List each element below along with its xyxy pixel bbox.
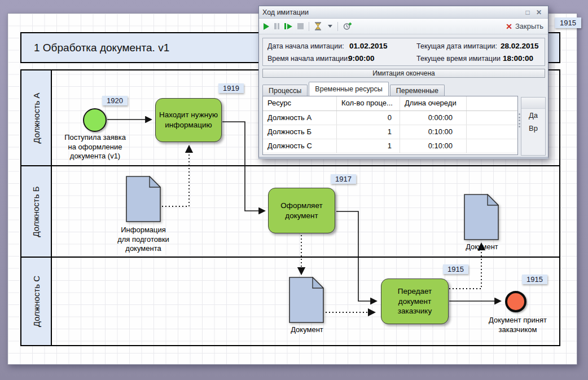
- start-date-label: Дата начала имитации:: [267, 42, 344, 50]
- panel-splitter-handle[interactable]: [518, 113, 520, 127]
- tab-processes[interactable]: Процессы: [262, 85, 308, 96]
- current-time-label: Текущее время имитации: [416, 55, 501, 63]
- side-panel-item: Вр: [521, 122, 545, 135]
- end-event-badge: 1915: [522, 275, 547, 284]
- lane-label-a: Должность А: [32, 92, 41, 143]
- step-forward-icon[interactable]: [284, 23, 292, 29]
- toolbar-separator: [309, 22, 309, 31]
- task-deliver-document-badge: 1915: [443, 264, 468, 274]
- table-row[interactable]: Должность Б 1 0:10:00: [263, 125, 517, 139]
- task-find-information[interactable]: Находит нужную информацию: [155, 98, 222, 142]
- cell-resource: Должность Б: [263, 125, 337, 139]
- toolbar-separator: [337, 22, 338, 31]
- task-find-information-badge: 1919: [218, 83, 244, 93]
- column-header-resource[interactable]: Ресурс: [263, 96, 337, 111]
- maximize-button[interactable]: □: [522, 8, 533, 17]
- cell-queue: 0:00:00: [400, 111, 467, 125]
- start-time-label: Время начала имитации:: [267, 55, 350, 63]
- cell-count: 0: [337, 111, 400, 125]
- current-time-value: 18:00:00: [503, 54, 533, 63]
- add-timer-icon[interactable]: [343, 22, 352, 30]
- stop-icon[interactable]: [297, 23, 304, 29]
- cell-queue: 0:10:00: [400, 125, 467, 139]
- lane-header-b: Должность Б: [21, 166, 52, 257]
- simulation-dialog: Ход имитации □ ✕ ✕ Закрыть Дата начала и…: [258, 6, 548, 159]
- column-header-queue[interactable]: Длина очереди: [400, 96, 467, 111]
- document-info-label: Информация для подготовки документа: [98, 226, 188, 254]
- lane-divider: [21, 165, 559, 166]
- dialog-toolbar: ✕ Закрыть: [259, 19, 548, 34]
- tab-time-resources[interactable]: Временные ресурсы: [309, 82, 388, 96]
- lane-header-a: Должность А: [21, 70, 52, 165]
- start-event-label: Поступила заявка на оформление документа…: [49, 133, 142, 161]
- cell-count: 1: [337, 125, 400, 139]
- cell-filler: [467, 139, 517, 153]
- table-header-row: Ресурс Кол-во проце... Длина очереди: [263, 96, 517, 111]
- end-event-label: Документ принят заказчиком: [477, 316, 559, 334]
- document-final-label: Документ: [448, 242, 516, 252]
- task-deliver-document[interactable]: Передает документ заказчику: [381, 279, 449, 324]
- task-prepare-document[interactable]: Оформляет документ: [268, 188, 335, 233]
- document-info-shape[interactable]: [126, 176, 161, 222]
- close-x-icon: ✕: [506, 22, 512, 31]
- dialog-title: Ход имитации: [262, 8, 522, 16]
- start-event[interactable]: [83, 108, 107, 132]
- queue-callout-badge: 1915: [555, 17, 581, 28]
- cell-filler: [467, 125, 517, 139]
- start-time-value: 9:00:00: [348, 54, 375, 63]
- hourglass-icon[interactable]: [314, 22, 322, 30]
- side-panel-header: [521, 98, 545, 109]
- document-result-label: Документ: [273, 325, 341, 335]
- close-window-button[interactable]: ✕: [533, 8, 545, 17]
- pause-icon[interactable]: [274, 23, 279, 29]
- current-date-label: Текущая дата имитации:: [416, 42, 497, 50]
- document-final-shape[interactable]: [464, 194, 499, 240]
- side-panel-item: Да: [521, 109, 545, 122]
- side-panel: Да Вр: [521, 97, 546, 156]
- speed-dropdown-icon[interactable]: [328, 25, 332, 28]
- lane-label-c: Должность С: [32, 276, 41, 327]
- play-icon[interactable]: [264, 23, 269, 30]
- cell-count: 1: [337, 139, 400, 153]
- end-event[interactable]: [505, 291, 526, 312]
- cell-resource: Должность А: [263, 111, 337, 125]
- resources-table: Ресурс Кол-во проце... Длина очереди Дол…: [262, 96, 518, 155]
- dialog-titlebar[interactable]: Ход имитации □ ✕: [259, 6, 548, 19]
- table-row[interactable]: Должность С 1 0:10:00: [263, 139, 517, 153]
- current-date-value: 28.02.2015: [501, 42, 539, 50]
- close-simulation-button[interactable]: ✕ Закрыть: [506, 22, 543, 31]
- start-event-badge: 1920: [102, 96, 128, 105]
- start-date-value: 01.02.2015: [349, 42, 388, 50]
- document-result-shape[interactable]: [289, 277, 324, 323]
- cell-filler: [467, 111, 517, 125]
- lane-divider: [21, 257, 559, 258]
- simulation-info-panel: Дата начала имитации: 01.02.2015 Время н…: [262, 38, 545, 66]
- simulation-status-bar: Имитация окончена: [262, 69, 545, 78]
- column-header-count[interactable]: Кол-во проце...: [337, 96, 400, 111]
- simulation-screen: { "diagram": { "title": "1 Обработка док…: [0, 0, 588, 380]
- tab-variables[interactable]: Переменные: [390, 85, 445, 96]
- lane-label-b: Должность Б: [32, 186, 41, 237]
- close-simulation-label: Закрыть: [515, 22, 543, 30]
- dialog-tabs: Процессы Временные ресурсы Переменные: [262, 81, 446, 96]
- table-row[interactable]: Должность А 0 0:00:00: [263, 111, 517, 125]
- cell-resource: Должность С: [263, 139, 337, 153]
- column-header-filler: [467, 96, 517, 111]
- cell-queue: 0:10:00: [400, 139, 467, 153]
- task-prepare-document-badge: 1917: [331, 174, 356, 184]
- lane-header-c: Должность С: [21, 258, 52, 345]
